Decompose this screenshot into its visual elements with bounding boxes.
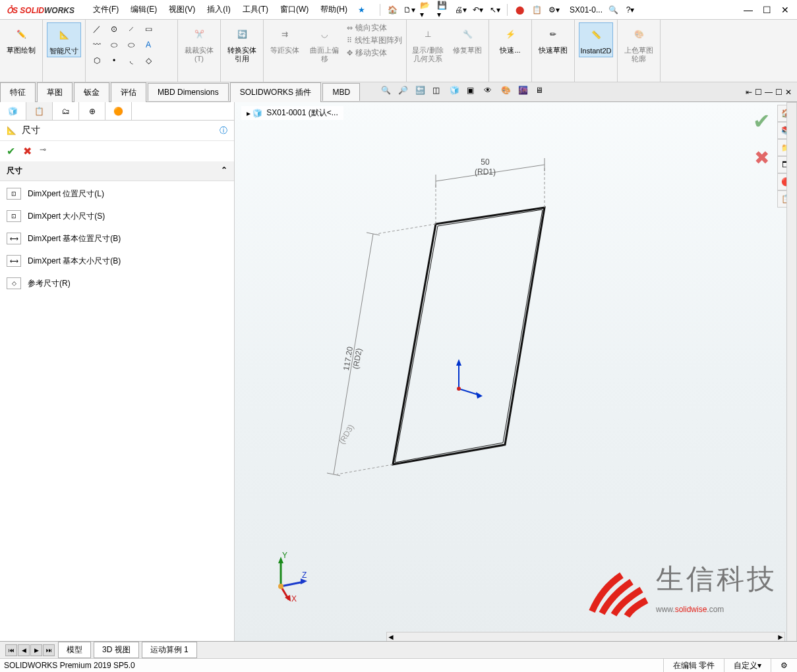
save-icon[interactable]: 💾▾	[437, 4, 450, 16]
circle-icon[interactable]: ⊙	[107, 22, 121, 36]
home-icon[interactable]: 🏠	[386, 4, 399, 16]
display-icon[interactable]: ▣	[467, 86, 480, 99]
search-icon[interactable]: 🔍	[606, 4, 620, 16]
menu-view[interactable]: 视图(V)	[163, 1, 200, 18]
help-icon[interactable]: ?▾	[624, 4, 637, 16]
undo-icon[interactable]: ↶▾	[471, 4, 485, 16]
rect-icon[interactable]: ▭	[141, 22, 156, 36]
cancel-button[interactable]: ✖	[23, 145, 32, 157]
ellipse-icon[interactable]: ⬭	[107, 38, 121, 51]
slot-icon[interactable]: ⬭	[124, 38, 138, 51]
arc-icon[interactable]: ⟋	[124, 22, 138, 36]
view-triad[interactable]: Y Z X	[261, 550, 314, 603]
panel-tab-dimxpert[interactable]: ⊕	[79, 102, 105, 120]
ribbon-move[interactable]: ✥ 移动实体	[347, 47, 402, 59]
ribbon-quick-sketch[interactable]: ✏快速草图	[532, 20, 575, 82]
bottom-tab-model[interactable]: 模型	[58, 642, 91, 658]
polygon-icon[interactable]: ⬡	[90, 54, 104, 67]
menu-edit[interactable]: 编辑(E)	[125, 1, 162, 18]
ribbon-pattern[interactable]: ⠿ 线性草图阵列	[347, 35, 402, 46]
section-icon[interactable]: ◫	[432, 86, 446, 99]
tab-mbd[interactable]: MBD	[322, 83, 360, 101]
menu-tools[interactable]: 工具(T)	[237, 1, 274, 18]
dim-reference[interactable]: ◇参考尺寸(R)	[0, 272, 234, 294]
panel-help-icon[interactable]: ⓘ	[220, 125, 227, 136]
ribbon-quick[interactable]: ⚡快速...	[489, 20, 532, 82]
ribbon-smart-dim[interactable]: 📐智能尺寸	[43, 20, 86, 82]
prev-view-icon[interactable]: 🔙	[415, 86, 428, 99]
sketch-confirm-icon[interactable]: ✔	[753, 109, 771, 134]
dim-basic-size[interactable]: ⟷DimXpert 基本大小尺寸(B)	[0, 250, 234, 272]
graphics-area[interactable]: ▸ 🧊 SX01-0001 (默认<... ✔ ✖ 🏠 📚 📁 🗔 🔴 📋 50…	[235, 102, 797, 642]
text-icon[interactable]: A	[141, 38, 156, 51]
minimize-button[interactable]: —	[740, 3, 756, 16]
orient-icon[interactable]: 🧊	[450, 86, 463, 99]
tab-features[interactable]: 特征	[0, 82, 36, 102]
menu-window[interactable]: 窗口(W)	[275, 1, 314, 18]
print-icon[interactable]: 🖨▾	[454, 4, 467, 16]
ribbon-mirror[interactable]: ⇔ 镜向实体	[347, 22, 402, 34]
hide-icon[interactable]: 👁	[484, 86, 497, 99]
tab-nav-prev[interactable]: ◀	[18, 644, 30, 656]
ribbon-show-rel[interactable]: ⊥显示/删除几何关系	[411, 22, 445, 65]
tab-mbd-dim[interactable]: MBD Dimensions	[148, 83, 229, 101]
tab-nav-first[interactable]: ⏮	[5, 644, 17, 656]
ribbon-sketch-draw[interactable]: ✏️草图绘制	[0, 20, 43, 82]
doc-max-icon[interactable]: —	[765, 88, 773, 97]
panel-tab-property[interactable]: 📋	[26, 102, 53, 120]
new-icon[interactable]: 🗋▾	[403, 4, 416, 16]
ribbon-instant2d[interactable]: 📏Instant2D	[575, 20, 618, 82]
plane-icon[interactable]: ◇	[141, 54, 156, 67]
spline-icon[interactable]: 〰	[90, 38, 104, 51]
bottom-tab-motion[interactable]: 运动算例 1	[142, 642, 197, 658]
zoom-fit-icon[interactable]: 🔍	[381, 86, 394, 99]
zoom-area-icon[interactable]: 🔎	[398, 86, 411, 99]
dim-location[interactable]: ⊡DimXpert 位置尺寸(L)	[0, 182, 234, 205]
select-icon[interactable]: ↖▾	[488, 4, 502, 16]
appearance-icon[interactable]: 🎨	[501, 86, 514, 99]
fillet-icon[interactable]: ◟	[124, 54, 138, 67]
tab-sheetmetal[interactable]: 钣金	[74, 82, 109, 102]
maximize-button[interactable]: ☐	[759, 3, 775, 16]
pin-icon[interactable]: ★	[358, 5, 365, 14]
panel-tab-feature[interactable]: 🧊	[0, 102, 26, 120]
tab-nav-last[interactable]: ⏭	[43, 644, 55, 656]
menu-help[interactable]: 帮助(H)	[315, 1, 353, 18]
pin-button[interactable]: ⊸	[40, 145, 46, 157]
close-button[interactable]: ✕	[777, 3, 793, 16]
panel-tab-display[interactable]: 🟠	[105, 102, 132, 120]
point-icon[interactable]: •	[107, 54, 121, 67]
ribbon-shade[interactable]: 🎨上色草图轮廓	[618, 20, 661, 82]
doc-close-icon[interactable]: ✕	[785, 88, 792, 97]
render-icon[interactable]: 🖥	[535, 86, 548, 99]
expand-icon[interactable]: ⇤	[746, 88, 752, 97]
settings-icon[interactable]: ⚙▾	[547, 4, 560, 16]
options-icon[interactable]: 📋	[530, 4, 543, 16]
menu-insert[interactable]: 插入(I)	[202, 1, 235, 18]
tab-evaluate[interactable]: 评估	[111, 82, 146, 102]
scene-icon[interactable]: 🌆	[518, 86, 531, 99]
ribbon-trim[interactable]: ✂️裁裁实体(T)	[178, 20, 221, 82]
breadcrumb[interactable]: ▸ 🧊 SX01-0001 (默认<...	[241, 106, 343, 120]
menu-file[interactable]: 文件(F)	[88, 1, 124, 18]
bottom-tab-3dview[interactable]: 3D 视图	[94, 642, 139, 658]
tab-addins[interactable]: SOLIDWORKS 插件	[230, 82, 322, 102]
status-view[interactable]: 自定义 ▾	[724, 659, 771, 672]
section-header[interactable]: 尺寸⌃	[0, 161, 234, 181]
dim-basic-location[interactable]: ⟷DimXpert 基本位置尺寸(B)	[0, 227, 234, 250]
panel-tab-config[interactable]: 🗂	[53, 102, 79, 120]
ribbon-repair[interactable]: 🔧修复草图	[450, 22, 485, 56]
line-icon[interactable]: ／	[90, 22, 104, 36]
doc-restore-icon[interactable]: ☐	[775, 88, 782, 97]
tab-nav-next[interactable]: ▶	[30, 644, 42, 656]
rebuild-icon[interactable]: ⬤	[513, 4, 526, 16]
ribbon-offset[interactable]: ⇉等距实体	[268, 22, 302, 56]
dim-size[interactable]: ⊡DimXpert 大小尺寸(S)	[0, 205, 234, 227]
tab-sketch[interactable]: 草图	[37, 82, 73, 102]
ribbon-convert[interactable]: 🔄转换实体引用	[221, 20, 264, 82]
sketch-cancel-icon[interactable]: ✖	[754, 147, 769, 169]
doc-min-icon[interactable]: ☐	[755, 88, 762, 97]
v-scrollbar[interactable]	[786, 102, 797, 642]
ribbon-surface-offset[interactable]: ◡曲面上偏移	[307, 22, 341, 65]
status-extras[interactable]: ⚙	[771, 659, 797, 672]
